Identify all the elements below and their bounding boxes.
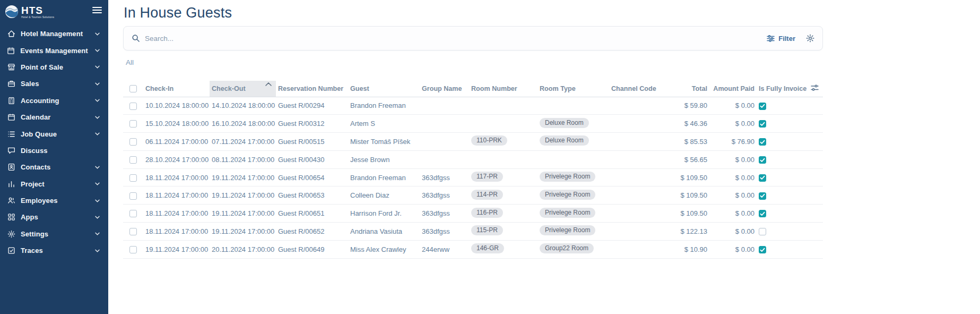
sidebar-item-project[interactable]: Project [0,176,108,192]
traces-icon [7,247,15,254]
sidebar-item-traces[interactable]: Traces [0,242,108,259]
gear-icon [7,230,15,238]
tab-all[interactable]: All [126,58,823,66]
invoiced-checkbox[interactable] [759,156,766,164]
column-header-room-number[interactable]: Room Number [469,81,537,97]
cell-spacer [806,223,823,241]
cell-select [123,186,143,205]
invoiced-checkbox[interactable] [759,120,766,128]
cell-group-name: 363dfgss [420,186,469,205]
row-select-checkbox[interactable] [129,210,137,217]
column-header-channel-code[interactable]: Channel Code [609,81,658,97]
accounting-icon [7,97,15,105]
cell-channel-code [609,240,658,258]
sidebar-item-label: Traces [21,247,88,254]
column-header-check-in[interactable]: Check-In [143,81,210,97]
table-row[interactable]: 10.10.2024 18:00:0014.10.2024 18:00:00Gu… [123,97,823,115]
cell-reservation-number: Guest R/00652 [276,223,348,241]
row-select-checkbox[interactable] [129,138,137,146]
column-header-group-name[interactable]: Group Name [420,81,469,97]
row-select-checkbox[interactable] [129,174,137,182]
chevron-down-icon [93,166,101,169]
sidebar-item-label: Accounting [21,97,88,105]
invoiced-checkbox[interactable] [759,103,766,110]
row-select-checkbox[interactable] [129,103,137,110]
cell-room-number [469,115,537,133]
cell-guest: Harrison Ford Jr. [348,205,420,223]
column-header-total[interactable]: Total [658,81,709,97]
invoiced-checkbox[interactable] [759,174,766,182]
cell-total: $ 85.53 [658,133,709,151]
column-header-guest[interactable]: Guest [348,81,420,97]
sidebar-item-point-of-sale[interactable]: Point of Sale [0,59,108,75]
search-input[interactable] [145,35,368,43]
cell-guest: Jesse Brown [348,150,420,168]
table-row[interactable]: 19.11.2024 17:00:0020.11.2024 17:00:00Gu… [123,240,823,258]
cell-check-in: 18.11.2024 17:00:00 [143,168,210,186]
table-row[interactable]: 18.11.2024 17:00:0019.11.2024 17:00:00Gu… [123,205,823,223]
chevron-down-icon [93,249,101,252]
column-header-reservation-number[interactable]: Reservation Number [276,81,348,97]
table-row[interactable]: 18.11.2024 17:00:0019.11.2024 17:00:00Gu… [123,186,823,205]
sidebar-item-apps[interactable]: Apps [0,209,108,225]
gear-icon[interactable] [806,34,814,43]
optional-columns-button[interactable] [806,81,823,97]
sidebar-item-discuss[interactable]: Discuss [0,142,108,159]
room-type-badge: Privelege Room [540,190,595,200]
row-select-checkbox[interactable] [129,156,137,164]
cell-guest: Colleen Diaz [348,186,420,205]
sidebar-item-calendar[interactable]: Calendar [0,109,108,125]
invoiced-checkbox[interactable] [759,210,766,217]
cell-room-type: Deluxe Room [537,115,609,133]
app-logo[interactable]: HTS Hotel & Tourism Solutions [4,4,54,19]
cell-room-number: 114-PR [469,186,537,205]
row-select-checkbox[interactable] [129,246,137,253]
table-header-row: Check-InCheck-OutReservation NumberGuest… [123,81,823,97]
table-row[interactable]: 15.10.2024 18:00:0016.10.2024 18:00:00Gu… [123,115,823,133]
sidebar-item-hotel-management[interactable]: Hotel Management [0,26,108,42]
cell-check-out: 19.11.2024 17:00:00 [210,205,276,223]
sidebar-item-label: Employees [21,197,88,205]
cell-total: $ 10.90 [658,240,709,258]
calendar-icon [7,113,15,121]
sidebar-item-label: Settings [21,230,88,238]
column-header-check-out[interactable]: Check-Out [210,81,276,97]
column-header-room-type[interactable]: Room Type [537,81,609,97]
filter-button[interactable]: Filter [767,35,795,43]
search-box [132,34,767,43]
cell-check-in: 15.10.2024 18:00:00 [143,115,210,133]
invoiced-checkbox[interactable] [759,246,766,253]
select-all-checkbox[interactable] [129,85,137,92]
table-row[interactable]: 06.11.2024 17:00:0007.11.2024 17:00:00Gu… [123,133,823,151]
sidebar-item-sales[interactable]: Sales [0,75,108,92]
table-row[interactable]: 18.11.2024 17:00:0019.11.2024 17:00:00Gu… [123,168,823,186]
cell-is-fully-invoiced [757,240,806,258]
sidebar-item-accounting[interactable]: Accounting [0,92,108,109]
row-select-checkbox[interactable] [129,192,137,200]
invoiced-checkbox[interactable] [759,228,766,235]
sidebar-item-label: Contacts [21,163,88,171]
sidebar-item-settings[interactable]: Settings [0,226,108,242]
row-select-checkbox[interactable] [129,120,137,128]
cell-select [123,168,143,186]
cell-is-fully-invoiced [757,150,806,168]
cell-is-fully-invoiced [757,97,806,115]
sidebar-item-job-queue[interactable]: Job Queue [0,125,108,142]
table-row[interactable]: 28.10.2024 17:00:0008.11.2024 17:00:00Gu… [123,150,823,168]
invoiced-checkbox[interactable] [759,138,766,146]
cell-amount-paid: $ 0.00 [709,97,757,115]
select-all-header [123,81,143,97]
column-header-amount-paid[interactable]: Amount Paid [709,81,757,97]
sidebar-item-events-management[interactable]: Events Management [0,42,108,58]
table-row[interactable]: 18.11.2024 17:00:0019.11.2024 17:00:00Gu… [123,223,823,241]
sidebar-item-contacts[interactable]: Contacts [0,159,108,175]
chevron-down-icon [93,232,101,235]
invoiced-checkbox[interactable] [759,192,766,200]
column-header-is-fully-invoiced[interactable]: Is Fully Invoiced [757,81,806,97]
cell-amount-paid: $ 0.00 [709,168,757,186]
cell-spacer [806,97,823,115]
cell-reservation-number: Guest R/00649 [276,240,348,258]
sidebar-item-employees[interactable]: Employees [0,192,108,209]
row-select-checkbox[interactable] [129,228,137,235]
menu-toggle-icon[interactable] [92,6,102,14]
